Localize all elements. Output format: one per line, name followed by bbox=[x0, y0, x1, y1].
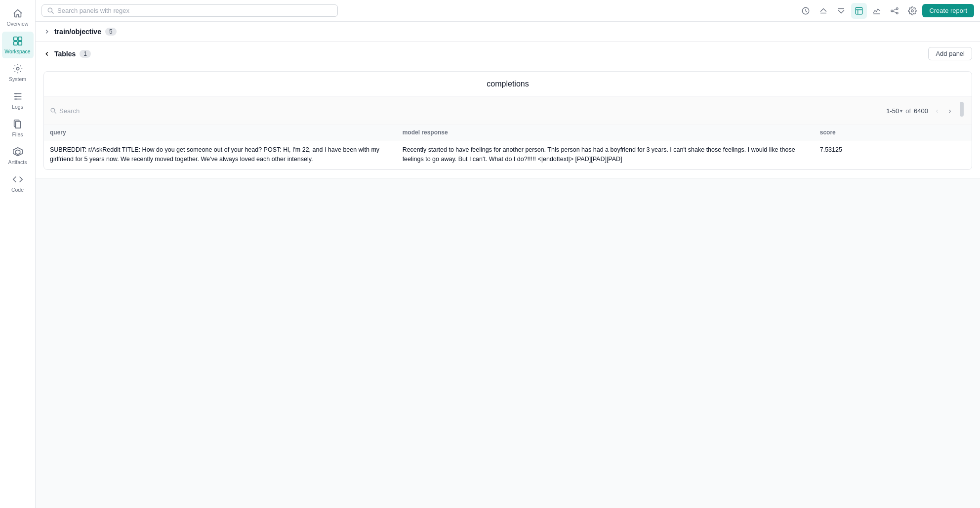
sidebar-item-files[interactable]: Files bbox=[2, 115, 34, 141]
artifacts-label: Artifacts bbox=[8, 159, 27, 165]
train-objective-title: train/objective bbox=[54, 28, 101, 36]
tables-section-header[interactable]: Tables 1 Add panel bbox=[36, 42, 980, 65]
svg-line-17 bbox=[52, 12, 54, 14]
sidebar-item-workspace[interactable]: Workspace bbox=[2, 32, 34, 58]
cell-score-0: 7.53125 bbox=[814, 140, 972, 169]
svg-point-25 bbox=[891, 10, 893, 12]
code-icon bbox=[12, 174, 23, 185]
svg-line-28 bbox=[893, 9, 897, 10]
col-header-score: score bbox=[814, 125, 972, 140]
svg-point-30 bbox=[911, 9, 914, 12]
pagination-nav: ‹ › bbox=[931, 105, 956, 117]
pagination-range-text: 1-50 bbox=[886, 107, 899, 115]
col-header-query: query bbox=[44, 125, 397, 140]
collapse-icon bbox=[819, 6, 828, 15]
table-row: SUBREDDIT: r/AskReddit TITLE: How do you… bbox=[44, 140, 972, 169]
table-view-icon-btn[interactable] bbox=[851, 3, 867, 19]
sidebar: Overview Workspace System Logs bbox=[0, 0, 36, 508]
connections-icon-btn[interactable] bbox=[887, 3, 902, 19]
workspace-icon bbox=[12, 36, 23, 46]
content-area: train/objective 5 Tables 1 Add panel com… bbox=[36, 22, 980, 508]
connections-icon bbox=[890, 6, 899, 15]
data-table: query model response score SUBREDDIT: r/… bbox=[44, 125, 972, 169]
sidebar-item-system[interactable]: System bbox=[2, 59, 34, 86]
search-placeholder-text: Search panels with regex bbox=[57, 7, 129, 14]
expand-icon-btn[interactable] bbox=[833, 3, 849, 19]
history-icon-btn[interactable] bbox=[798, 3, 814, 19]
artifacts-icon bbox=[12, 146, 23, 157]
table-search-icon bbox=[50, 107, 57, 114]
tables-title: Tables bbox=[54, 50, 76, 58]
table-icon bbox=[855, 6, 863, 15]
collapse-icon-btn[interactable] bbox=[816, 3, 831, 19]
table-wrapper: query model response score SUBREDDIT: r/… bbox=[44, 125, 972, 169]
svg-point-10 bbox=[15, 98, 16, 100]
sidebar-item-code[interactable]: Code bbox=[2, 170, 34, 197]
settings-icon-btn[interactable] bbox=[904, 3, 920, 19]
workspace-label: Workspace bbox=[4, 48, 30, 54]
overview-label: Overview bbox=[7, 21, 29, 27]
svg-point-26 bbox=[897, 7, 898, 9]
svg-rect-2 bbox=[13, 42, 17, 45]
expand-icon bbox=[837, 6, 846, 15]
svg-point-16 bbox=[48, 8, 52, 12]
search-panels-box[interactable]: Search panels with regex bbox=[41, 4, 338, 17]
cell-query-0: SUBREDDIT: r/AskReddit TITLE: How do you… bbox=[44, 140, 397, 169]
pagination-next-btn[interactable]: › bbox=[944, 105, 956, 117]
logs-icon bbox=[12, 91, 23, 102]
train-objective-count: 5 bbox=[105, 28, 117, 36]
home-icon bbox=[12, 8, 23, 19]
svg-line-29 bbox=[893, 11, 897, 12]
settings-icon bbox=[908, 6, 917, 15]
completions-table-panel: completions 1-50 ▾ bbox=[43, 71, 972, 170]
add-panel-button[interactable]: Add panel bbox=[928, 47, 972, 60]
create-report-button[interactable]: Create report bbox=[922, 4, 974, 17]
toolbar: Search panels with regex bbox=[36, 0, 980, 22]
toolbar-icons: Create report bbox=[798, 3, 974, 19]
svg-rect-12 bbox=[15, 122, 20, 128]
svg-point-8 bbox=[15, 93, 16, 94]
table-search-area bbox=[50, 107, 882, 115]
svg-point-31 bbox=[51, 108, 55, 112]
table-panel-title: completions bbox=[44, 72, 972, 97]
scroll-indicator bbox=[960, 102, 964, 117]
tables-section: Tables 1 Add panel completions bbox=[36, 42, 980, 178]
chart-icon bbox=[872, 6, 881, 15]
cell-model-response-0: Recently started to have feelings for an… bbox=[397, 140, 814, 169]
pagination-of-text: of bbox=[905, 107, 911, 115]
table-controls: 1-50 ▾ of 6400 ‹ › bbox=[44, 97, 972, 125]
pagination-range[interactable]: 1-50 ▾ bbox=[886, 107, 902, 115]
tables-chevron-icon bbox=[43, 50, 50, 57]
sidebar-item-artifacts[interactable]: Artifacts bbox=[2, 142, 34, 169]
svg-point-27 bbox=[897, 12, 898, 14]
history-icon bbox=[801, 6, 810, 15]
pagination-total: 6400 bbox=[914, 107, 928, 115]
search-icon bbox=[47, 7, 54, 14]
tables-count: 1 bbox=[80, 50, 91, 58]
svg-rect-1 bbox=[18, 37, 21, 41]
svg-point-9 bbox=[15, 96, 16, 97]
sidebar-item-overview[interactable]: Overview bbox=[2, 4, 34, 31]
logs-label: Logs bbox=[12, 104, 23, 110]
chart-icon-btn[interactable] bbox=[869, 3, 885, 19]
svg-rect-0 bbox=[13, 37, 17, 41]
files-icon bbox=[12, 119, 23, 129]
files-label: Files bbox=[12, 131, 23, 137]
main-content: Search panels with regex bbox=[36, 0, 980, 508]
pagination-prev-btn[interactable]: ‹ bbox=[931, 105, 943, 117]
pagination: 1-50 ▾ of 6400 ‹ › bbox=[886, 105, 956, 117]
svg-rect-3 bbox=[18, 42, 21, 45]
code-label: Code bbox=[11, 187, 24, 193]
svg-line-32 bbox=[54, 112, 56, 114]
table-search-input[interactable] bbox=[59, 107, 119, 115]
train-objective-chevron-icon bbox=[43, 28, 50, 35]
sidebar-item-logs[interactable]: Logs bbox=[2, 87, 34, 114]
system-icon bbox=[12, 63, 23, 74]
col-header-model-response: model response bbox=[397, 125, 814, 140]
svg-point-4 bbox=[16, 67, 19, 70]
svg-marker-15 bbox=[15, 150, 20, 154]
system-label: System bbox=[9, 76, 26, 82]
pagination-dropdown-icon: ▾ bbox=[900, 108, 902, 114]
svg-rect-21 bbox=[856, 7, 863, 14]
train-objective-section-header[interactable]: train/objective 5 bbox=[36, 22, 980, 42]
